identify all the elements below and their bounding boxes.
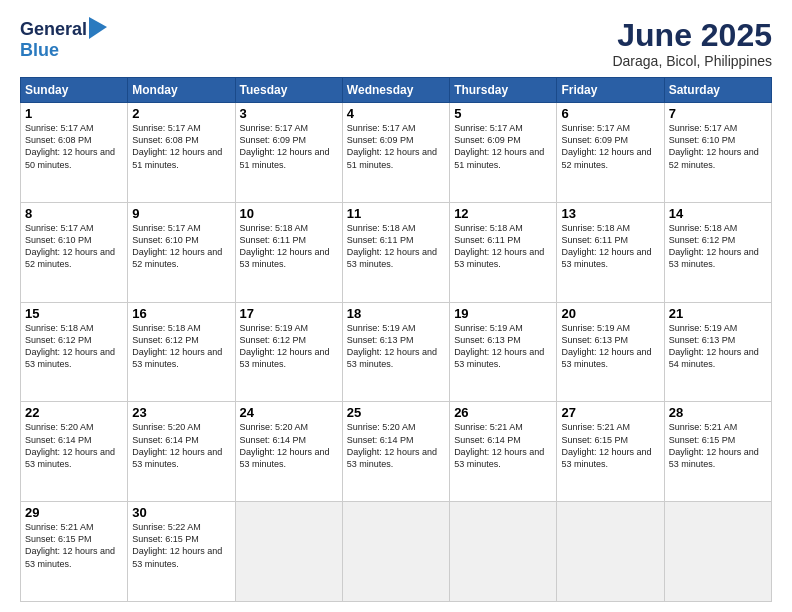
day-number: 19 — [454, 306, 552, 321]
day-info: Sunrise: 5:17 AMSunset: 6:09 PMDaylight:… — [561, 123, 651, 169]
day-number: 25 — [347, 405, 445, 420]
month-title: June 2025 — [612, 18, 772, 53]
col-monday: Monday — [128, 78, 235, 103]
day-number: 9 — [132, 206, 230, 221]
day-number: 16 — [132, 306, 230, 321]
day-number: 27 — [561, 405, 659, 420]
day-info: Sunrise: 5:17 AMSunset: 6:10 PMDaylight:… — [25, 223, 115, 269]
day-number: 8 — [25, 206, 123, 221]
day-info: Sunrise: 5:20 AMSunset: 6:14 PMDaylight:… — [347, 422, 437, 468]
calendar-cell: 16 Sunrise: 5:18 AMSunset: 6:12 PMDaylig… — [128, 302, 235, 402]
calendar-week-5: 29 Sunrise: 5:21 AMSunset: 6:15 PMDaylig… — [21, 502, 772, 602]
day-info: Sunrise: 5:18 AMSunset: 6:11 PMDaylight:… — [561, 223, 651, 269]
day-info: Sunrise: 5:20 AMSunset: 6:14 PMDaylight:… — [240, 422, 330, 468]
day-info: Sunrise: 5:18 AMSunset: 6:11 PMDaylight:… — [454, 223, 544, 269]
day-number: 20 — [561, 306, 659, 321]
calendar-cell: 17 Sunrise: 5:19 AMSunset: 6:12 PMDaylig… — [235, 302, 342, 402]
day-number: 11 — [347, 206, 445, 221]
day-number: 10 — [240, 206, 338, 221]
calendar-week-2: 8 Sunrise: 5:17 AMSunset: 6:10 PMDayligh… — [21, 202, 772, 302]
calendar-cell: 7 Sunrise: 5:17 AMSunset: 6:10 PMDayligh… — [664, 103, 771, 203]
day-number: 2 — [132, 106, 230, 121]
col-sunday: Sunday — [21, 78, 128, 103]
day-number: 13 — [561, 206, 659, 221]
day-number: 17 — [240, 306, 338, 321]
day-number: 30 — [132, 505, 230, 520]
day-number: 15 — [25, 306, 123, 321]
col-tuesday: Tuesday — [235, 78, 342, 103]
calendar-cell: 19 Sunrise: 5:19 AMSunset: 6:13 PMDaylig… — [450, 302, 557, 402]
day-number: 6 — [561, 106, 659, 121]
day-info: Sunrise: 5:21 AMSunset: 6:15 PMDaylight:… — [669, 422, 759, 468]
calendar-week-4: 22 Sunrise: 5:20 AMSunset: 6:14 PMDaylig… — [21, 402, 772, 502]
calendar-cell: 12 Sunrise: 5:18 AMSunset: 6:11 PMDaylig… — [450, 202, 557, 302]
calendar-week-1: 1 Sunrise: 5:17 AMSunset: 6:08 PMDayligh… — [21, 103, 772, 203]
calendar-cell: 21 Sunrise: 5:19 AMSunset: 6:13 PMDaylig… — [664, 302, 771, 402]
day-number: 1 — [25, 106, 123, 121]
col-thursday: Thursday — [450, 78, 557, 103]
day-info: Sunrise: 5:17 AMSunset: 6:10 PMDaylight:… — [132, 223, 222, 269]
calendar-cell: 29 Sunrise: 5:21 AMSunset: 6:15 PMDaylig… — [21, 502, 128, 602]
page: General Blue June 2025 Daraga, Bicol, Ph… — [0, 0, 792, 612]
day-info: Sunrise: 5:17 AMSunset: 6:08 PMDaylight:… — [132, 123, 222, 169]
day-info: Sunrise: 5:17 AMSunset: 6:09 PMDaylight:… — [347, 123, 437, 169]
day-info: Sunrise: 5:19 AMSunset: 6:13 PMDaylight:… — [561, 323, 651, 369]
calendar-cell — [664, 502, 771, 602]
day-info: Sunrise: 5:17 AMSunset: 6:09 PMDaylight:… — [240, 123, 330, 169]
title-block: June 2025 Daraga, Bicol, Philippines — [612, 18, 772, 69]
logo-general-text: General — [20, 19, 87, 40]
day-info: Sunrise: 5:18 AMSunset: 6:12 PMDaylight:… — [25, 323, 115, 369]
day-info: Sunrise: 5:17 AMSunset: 6:09 PMDaylight:… — [454, 123, 544, 169]
col-friday: Friday — [557, 78, 664, 103]
svg-marker-0 — [89, 17, 107, 39]
calendar-cell: 26 Sunrise: 5:21 AMSunset: 6:14 PMDaylig… — [450, 402, 557, 502]
day-number: 12 — [454, 206, 552, 221]
logo-icon — [89, 17, 107, 39]
col-wednesday: Wednesday — [342, 78, 449, 103]
day-info: Sunrise: 5:19 AMSunset: 6:12 PMDaylight:… — [240, 323, 330, 369]
calendar-cell: 27 Sunrise: 5:21 AMSunset: 6:15 PMDaylig… — [557, 402, 664, 502]
logo-blue-text: Blue — [20, 40, 59, 61]
calendar-cell: 15 Sunrise: 5:18 AMSunset: 6:12 PMDaylig… — [21, 302, 128, 402]
calendar-cell: 6 Sunrise: 5:17 AMSunset: 6:09 PMDayligh… — [557, 103, 664, 203]
logo: General Blue — [20, 18, 107, 61]
day-number: 18 — [347, 306, 445, 321]
day-number: 26 — [454, 405, 552, 420]
day-info: Sunrise: 5:21 AMSunset: 6:14 PMDaylight:… — [454, 422, 544, 468]
calendar-cell — [235, 502, 342, 602]
calendar-cell: 22 Sunrise: 5:20 AMSunset: 6:14 PMDaylig… — [21, 402, 128, 502]
day-info: Sunrise: 5:17 AMSunset: 6:08 PMDaylight:… — [25, 123, 115, 169]
day-number: 14 — [669, 206, 767, 221]
day-info: Sunrise: 5:18 AMSunset: 6:12 PMDaylight:… — [132, 323, 222, 369]
day-info: Sunrise: 5:18 AMSunset: 6:11 PMDaylight:… — [240, 223, 330, 269]
day-info: Sunrise: 5:19 AMSunset: 6:13 PMDaylight:… — [347, 323, 437, 369]
calendar-cell: 25 Sunrise: 5:20 AMSunset: 6:14 PMDaylig… — [342, 402, 449, 502]
day-info: Sunrise: 5:19 AMSunset: 6:13 PMDaylight:… — [669, 323, 759, 369]
calendar-cell: 11 Sunrise: 5:18 AMSunset: 6:11 PMDaylig… — [342, 202, 449, 302]
day-number: 23 — [132, 405, 230, 420]
day-info: Sunrise: 5:18 AMSunset: 6:11 PMDaylight:… — [347, 223, 437, 269]
calendar-cell: 8 Sunrise: 5:17 AMSunset: 6:10 PMDayligh… — [21, 202, 128, 302]
calendar-cell: 2 Sunrise: 5:17 AMSunset: 6:08 PMDayligh… — [128, 103, 235, 203]
location: Daraga, Bicol, Philippines — [612, 53, 772, 69]
calendar-cell: 24 Sunrise: 5:20 AMSunset: 6:14 PMDaylig… — [235, 402, 342, 502]
calendar-cell: 5 Sunrise: 5:17 AMSunset: 6:09 PMDayligh… — [450, 103, 557, 203]
calendar-cell: 20 Sunrise: 5:19 AMSunset: 6:13 PMDaylig… — [557, 302, 664, 402]
calendar-table: Sunday Monday Tuesday Wednesday Thursday… — [20, 77, 772, 602]
day-info: Sunrise: 5:21 AMSunset: 6:15 PMDaylight:… — [25, 522, 115, 568]
day-info: Sunrise: 5:20 AMSunset: 6:14 PMDaylight:… — [132, 422, 222, 468]
day-number: 21 — [669, 306, 767, 321]
calendar-week-3: 15 Sunrise: 5:18 AMSunset: 6:12 PMDaylig… — [21, 302, 772, 402]
day-number: 4 — [347, 106, 445, 121]
calendar-cell: 4 Sunrise: 5:17 AMSunset: 6:09 PMDayligh… — [342, 103, 449, 203]
day-number: 3 — [240, 106, 338, 121]
day-number: 22 — [25, 405, 123, 420]
calendar-header-row: Sunday Monday Tuesday Wednesday Thursday… — [21, 78, 772, 103]
calendar-cell: 28 Sunrise: 5:21 AMSunset: 6:15 PMDaylig… — [664, 402, 771, 502]
calendar-cell — [557, 502, 664, 602]
calendar-cell: 10 Sunrise: 5:18 AMSunset: 6:11 PMDaylig… — [235, 202, 342, 302]
calendar-cell: 9 Sunrise: 5:17 AMSunset: 6:10 PMDayligh… — [128, 202, 235, 302]
calendar-cell — [342, 502, 449, 602]
day-info: Sunrise: 5:22 AMSunset: 6:15 PMDaylight:… — [132, 522, 222, 568]
calendar-cell: 14 Sunrise: 5:18 AMSunset: 6:12 PMDaylig… — [664, 202, 771, 302]
